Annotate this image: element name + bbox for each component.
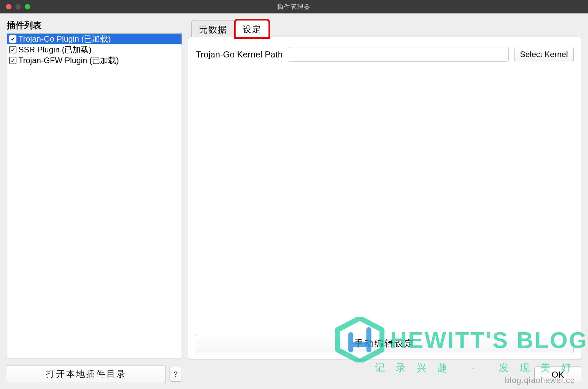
- plugin-list-item-label: SSR Plugin (已加载): [18, 44, 91, 55]
- plugin-list-item[interactable]: ✓ SSR Plugin (已加载): [7, 44, 182, 55]
- plugin-list-item-label: Trojan-Go Plugin (已加载): [18, 34, 111, 44]
- kernel-path-input[interactable]: [288, 47, 509, 62]
- kernel-path-label: Trojan-Go Kernel Path: [196, 49, 283, 60]
- tab-settings[interactable]: 设定: [235, 20, 269, 38]
- open-local-plugin-dir-button[interactable]: 打开本地插件目录: [7, 365, 166, 383]
- window-titlebar: 插件管理器: [0, 0, 588, 13]
- traffic-lights: [0, 4, 30, 9]
- plugin-list[interactable]: ✓ Trojan-Go Plugin (已加载) ✓ SSR Plugin (已…: [7, 33, 182, 358]
- kernel-path-row: Trojan-Go Kernel Path Select Kernel: [196, 47, 574, 62]
- plugin-list-item-label: Trojan-GFW Plugin (已加载): [18, 55, 119, 66]
- minimize-window-icon[interactable]: [15, 4, 21, 9]
- close-window-icon[interactable]: [6, 4, 11, 9]
- window-title: 插件管理器: [277, 3, 311, 11]
- sidebar-heading: 插件列表: [7, 19, 182, 31]
- sidebar: 插件列表 ✓ Trojan-Go Plugin (已加载) ✓ SSR Plug…: [7, 19, 182, 358]
- tab-metadata[interactable]: 元数据: [191, 20, 235, 38]
- tab-bar: 元数据 设定: [188, 19, 581, 38]
- plugin-list-item[interactable]: ✓ Trojan-Go Plugin (已加载): [7, 34, 182, 44]
- sidebar-footer: 打开本地插件目录 ?: [7, 365, 182, 383]
- checkbox-icon[interactable]: ✓: [9, 35, 16, 43]
- settings-panel: Trojan-Go Kernel Path Select Kernel 手动编辑…: [188, 37, 581, 359]
- checkbox-icon[interactable]: ✓: [9, 57, 16, 64]
- ok-button[interactable]: OK: [534, 366, 581, 383]
- main-panel: 元数据 设定 Trojan-Go Kernel Path Select Kern…: [188, 19, 581, 359]
- manual-edit-settings-button[interactable]: 手动编辑设定: [196, 334, 574, 353]
- select-kernel-button[interactable]: Select Kernel: [514, 47, 574, 62]
- help-button[interactable]: ?: [169, 367, 182, 382]
- plugin-list-item[interactable]: ✓ Trojan-GFW Plugin (已加载): [7, 55, 182, 66]
- checkbox-icon[interactable]: ✓: [9, 46, 16, 53]
- maximize-window-icon[interactable]: [25, 4, 30, 9]
